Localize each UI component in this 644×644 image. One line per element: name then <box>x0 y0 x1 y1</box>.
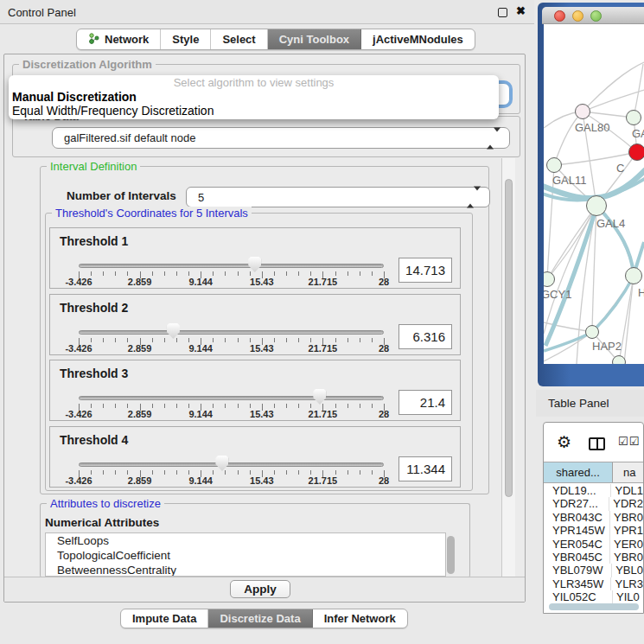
tick-mark <box>274 470 275 475</box>
threshold-value-field[interactable]: 21.4 <box>399 390 452 415</box>
slider-track[interactable] <box>79 462 384 467</box>
scale-label: 2.859 <box>128 343 152 354</box>
slider-thumb[interactable] <box>313 389 326 405</box>
slider-thumb[interactable] <box>248 257 261 272</box>
bottom-tab-infer-network[interactable]: Infer Network <box>313 609 407 628</box>
table-data-combo[interactable]: galFiltered.sif default node <box>52 127 510 149</box>
cell-name[interactable]: YBR0 <box>610 551 643 564</box>
table-row[interactable]: YIL052CYIL0 <box>544 590 643 603</box>
table-row[interactable]: YDL19...YDL1 <box>544 484 643 497</box>
cell-name[interactable]: YDR2 <box>609 497 643 510</box>
tick-mark <box>286 404 287 408</box>
table-row[interactable]: YDR27...YDR2 <box>544 497 643 510</box>
network-node[interactable] <box>612 355 626 364</box>
node-label: C <box>616 162 624 175</box>
network-node-h[interactable] <box>625 267 642 284</box>
cell-shared-name[interactable]: YDR27... <box>544 497 609 510</box>
float-window-icon[interactable] <box>498 8 507 17</box>
slider-track[interactable] <box>79 396 384 400</box>
table-row[interactable]: YBL079WYBL0 <box>544 564 643 577</box>
cell-name[interactable]: YBR0 <box>610 511 643 524</box>
tab-style[interactable]: Style <box>161 29 211 49</box>
network-node-ga[interactable] <box>626 110 641 125</box>
column-header-name[interactable]: na <box>613 462 643 482</box>
slider-thumb[interactable] <box>167 323 180 339</box>
threshold-label: Threshold 3 <box>60 367 128 380</box>
tab-network[interactable]: Network <box>77 29 161 49</box>
attribute-item-0[interactable]: SelfLoops <box>46 533 445 548</box>
tick-mark <box>335 470 336 475</box>
cell-shared-name[interactable]: YDL19... <box>544 484 611 497</box>
network-node-gal4[interactable] <box>586 195 607 216</box>
close-icon[interactable]: ✖ <box>516 4 526 17</box>
tick-mark <box>274 338 275 342</box>
tick-mark <box>348 271 348 276</box>
cell-name[interactable]: YBL0 <box>612 564 643 577</box>
network-window-titlebar[interactable] <box>542 7 644 24</box>
tab-label: Impute Data <box>132 612 196 625</box>
tab-cyni-toolbox[interactable]: Cyni Toolbox <box>268 29 361 49</box>
tick-mark <box>360 404 360 408</box>
network-canvas[interactable]: GAL80GACGAL11GAL4GCY1HHAP2 <box>544 24 644 364</box>
slider-track[interactable] <box>79 330 384 335</box>
tick-mark <box>286 338 287 342</box>
tick-mark <box>298 271 299 276</box>
algorithm-option-0[interactable]: Manual Discretization <box>9 90 499 104</box>
column-header-shared-name[interactable]: shared... <box>544 462 613 482</box>
slider-track[interactable] <box>79 264 384 268</box>
attributes-list-scrollbar[interactable] <box>447 536 455 574</box>
tick-mark <box>250 470 251 475</box>
table-row[interactable]: YBR045CYBR0 <box>544 551 643 564</box>
apply-button[interactable]: Apply <box>230 580 290 598</box>
cell-name[interactable]: YER0 <box>610 538 643 551</box>
cell-shared-name[interactable]: YIL052C <box>544 590 613 603</box>
bottom-tab-discretize-data[interactable]: Discretize Data <box>208 609 312 628</box>
network-node-gal11[interactable] <box>546 157 562 173</box>
cell-name[interactable]: YLR3 <box>611 577 643 590</box>
cell-shared-name[interactable]: YLR345W <box>544 577 611 590</box>
settings-scrollbar-thumb[interactable] <box>505 179 513 497</box>
tick-mark <box>348 338 348 342</box>
tab-jactivemnodules[interactable]: jActiveMNodules <box>361 29 475 49</box>
cell-name[interactable]: YPR1 <box>610 524 643 537</box>
network-node-c[interactable] <box>628 143 644 161</box>
tick-mark <box>127 470 128 475</box>
tick-mark <box>225 271 226 276</box>
zoom-traffic-light[interactable] <box>590 10 602 22</box>
bottom-tab-impute-data[interactable]: Impute Data <box>121 609 208 628</box>
table-row[interactable]: YER054CYER0 <box>544 538 643 551</box>
algorithm-option-1[interactable]: Equal Width/Frequency Discretization <box>9 104 499 118</box>
scale-label: 9.144 <box>188 277 213 287</box>
threshold-value-field[interactable]: 6.316 <box>399 324 452 349</box>
table-row[interactable]: YLR345WYLR3 <box>544 577 643 590</box>
slider-thumb[interactable] <box>215 456 228 471</box>
threshold-value-field[interactable]: 14.713 <box>399 258 452 283</box>
number-of-intervals-spinner[interactable]: 5 <box>186 187 490 207</box>
table-row[interactable]: YPR145WYPR1 <box>544 524 643 537</box>
cell-shared-name[interactable]: YER054C <box>544 538 610 551</box>
table-horizontal-scrollbar[interactable] <box>549 603 639 610</box>
cell-shared-name[interactable]: YBL079W <box>544 564 612 577</box>
settings-scrollbar-track[interactable] <box>501 158 515 577</box>
cell-name[interactable]: YDL1 <box>611 484 643 497</box>
network-node-hap2[interactable] <box>585 325 599 339</box>
tick-mark <box>225 404 226 408</box>
checkbox-filter-icons[interactable]: ☑☑ <box>618 435 640 448</box>
cell-shared-name[interactable]: YBR045C <box>544 551 610 564</box>
cell-name[interactable]: YIL0 <box>613 590 643 603</box>
cell-shared-name[interactable]: YPR145W <box>544 524 610 537</box>
tick-mark <box>91 271 92 276</box>
split-table-icon[interactable] <box>589 437 605 450</box>
threshold-value-field[interactable]: 11.344 <box>399 456 452 481</box>
tick-mark <box>213 271 214 276</box>
cell-shared-name[interactable]: YBR043C <box>544 511 610 524</box>
table-row[interactable]: YBR043CYBR0 <box>544 511 643 524</box>
tab-select[interactable]: Select <box>211 29 267 49</box>
attribute-item-2[interactable]: BetweennessCentrality <box>46 563 445 577</box>
attribute-item-1[interactable]: TopologicalCoefficient <box>46 548 445 563</box>
close-traffic-light[interactable] <box>554 10 565 22</box>
minimize-traffic-light[interactable] <box>572 10 583 22</box>
numerical-attributes-list[interactable]: SelfLoopsTopologicalCoefficientBetweenne… <box>45 532 446 577</box>
network-node-gal80[interactable] <box>575 104 590 119</box>
gear-icon[interactable]: ⚙ <box>557 434 571 450</box>
